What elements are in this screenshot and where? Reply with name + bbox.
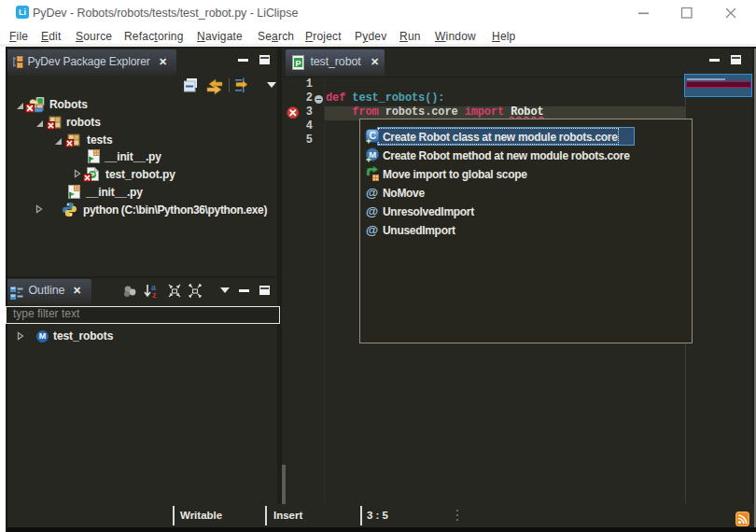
svg-text:M: M xyxy=(369,149,376,160)
svg-text:z: z xyxy=(152,290,157,300)
svg-text:C: C xyxy=(369,130,376,141)
svg-text:@: @ xyxy=(366,186,378,200)
svg-text:@: @ xyxy=(366,204,378,218)
svg-text:@: @ xyxy=(366,223,378,237)
